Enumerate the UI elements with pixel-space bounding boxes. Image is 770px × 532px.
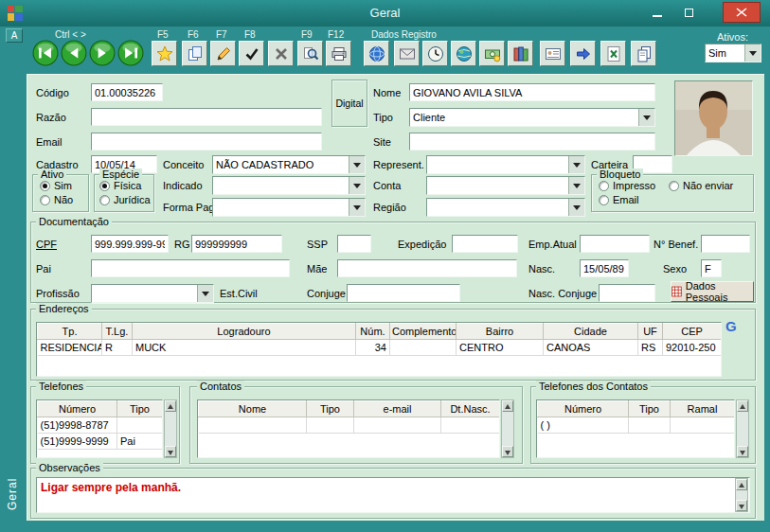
table-row[interactable]: (51)9999-9999 Pai: [38, 434, 163, 450]
ativos-select[interactable]: Sim: [705, 44, 761, 62]
transfer-button[interactable]: [182, 41, 207, 66]
chevron-down-icon[interactable]: [197, 285, 213, 302]
tipo-select[interactable]: Cliente: [409, 108, 655, 127]
expedicao-input[interactable]: [452, 235, 518, 253]
cell[interactable]: [117, 417, 163, 434]
conceito-select[interactable]: NÃO CADASTRADO: [212, 155, 366, 174]
search-button[interactable]: [297, 41, 323, 66]
finance-button[interactable]: [479, 41, 505, 66]
scroll-up-icon[interactable]: [736, 479, 747, 490]
cell[interactable]: [629, 417, 671, 434]
bloqueto-email-radio[interactable]: Email: [599, 194, 639, 205]
table-row[interactable]: ( ): [538, 417, 735, 434]
edit-button[interactable]: [210, 41, 236, 66]
emp-atual-input[interactable]: [580, 235, 650, 253]
sexo-input[interactable]: [701, 259, 722, 277]
cell[interactable]: 92010-250: [663, 340, 722, 356]
telefones-contatos-table[interactable]: Número Tipo Ramal ( ): [536, 399, 735, 458]
forward-button[interactable]: [570, 41, 596, 66]
represent-select[interactable]: [426, 155, 585, 174]
cancel-button[interactable]: [268, 41, 294, 66]
bloqueto-impresso-radio[interactable]: Impresso: [599, 180, 655, 191]
observacoes-textarea[interactable]: Ligar sempre pela manhã.: [36, 477, 750, 513]
table-row[interactable]: (51)9998-8787: [38, 417, 163, 434]
conta-select[interactable]: [426, 176, 585, 195]
scroll-down-icon[interactable]: [736, 500, 747, 511]
copy-button[interactable]: [631, 41, 656, 66]
n-benef-input[interactable]: [701, 235, 750, 253]
cell[interactable]: ( ): [538, 417, 629, 434]
contact-card-button[interactable]: [540, 41, 565, 66]
bloqueto-nao-enviar-radio[interactable]: Não enviar: [669, 180, 733, 191]
internet-button[interactable]: [451, 41, 476, 66]
ativo-sim-radio[interactable]: Sim: [40, 180, 72, 191]
cell[interactable]: RESIDENCIAL: [38, 340, 102, 356]
chevron-down-icon[interactable]: [349, 199, 365, 216]
nasc-input[interactable]: [580, 259, 629, 277]
telefones-contatos-scrollbar[interactable]: [736, 399, 749, 458]
maps-icon[interactable]: G: [725, 318, 737, 334]
cell[interactable]: CANOAS: [544, 340, 638, 356]
web-button[interactable]: [364, 41, 389, 66]
mail-button[interactable]: [394, 41, 420, 66]
cell[interactable]: 34: [356, 340, 390, 356]
new-record-button[interactable]: [152, 41, 177, 66]
telefones-scrollbar[interactable]: [164, 399, 177, 458]
cell[interactable]: RS: [638, 340, 663, 356]
cell[interactable]: [199, 417, 307, 434]
chevron-down-icon[interactable]: [349, 156, 365, 173]
nav-first-button[interactable]: [32, 40, 59, 66]
nav-next-button[interactable]: [89, 40, 116, 66]
cpf-input[interactable]: [91, 235, 169, 253]
table-row[interactable]: [199, 417, 500, 434]
documents-button[interactable]: [508, 41, 533, 66]
chevron-down-icon[interactable]: [568, 199, 584, 216]
scroll-down-icon[interactable]: [737, 446, 748, 457]
close-button[interactable]: [723, 2, 761, 23]
enderecos-table[interactable]: Tp. T.Lg. Logradouro Núm. Complemento Ba…: [36, 322, 722, 377]
side-tab-geral[interactable]: Geral: [6, 470, 23, 519]
contatos-scrollbar[interactable]: [501, 399, 514, 458]
mae-input[interactable]: [337, 259, 517, 277]
customer-photo[interactable]: [674, 80, 753, 156]
pai-input[interactable]: [91, 259, 290, 277]
ativo-nao-radio[interactable]: Não: [40, 194, 73, 205]
cell[interactable]: [671, 417, 735, 434]
chevron-down-icon[interactable]: [744, 44, 761, 62]
rg-input[interactable]: [191, 235, 282, 253]
maximize-button[interactable]: [675, 3, 702, 22]
scroll-down-icon[interactable]: [502, 446, 513, 457]
cell[interactable]: Pai: [117, 434, 163, 450]
chevron-down-icon[interactable]: [638, 109, 654, 126]
conjuge-input[interactable]: [347, 284, 460, 302]
contatos-table[interactable]: Nome Tipo e-mail Dt.Nasc.: [197, 399, 500, 458]
confirm-button[interactable]: [239, 41, 264, 66]
especie-fisica-radio[interactable]: Física: [99, 180, 141, 191]
cell[interactable]: [354, 417, 441, 434]
especie-juridica-radio[interactable]: Jurídica: [99, 194, 151, 205]
codigo-input[interactable]: [91, 83, 163, 101]
scroll-up-icon[interactable]: [737, 400, 748, 412]
minimize-button[interactable]: [644, 3, 671, 22]
razao-input[interactable]: [91, 108, 322, 126]
scroll-down-icon[interactable]: [165, 446, 176, 457]
scroll-up-icon[interactable]: [502, 400, 513, 412]
cpf-label[interactable]: CPF: [36, 239, 57, 250]
excel-export-button[interactable]: [600, 41, 626, 66]
cell[interactable]: R: [102, 340, 133, 356]
cell[interactable]: MUCK: [133, 340, 356, 356]
observacoes-scrollbar[interactable]: [735, 478, 748, 512]
chevron-down-icon[interactable]: [349, 177, 365, 194]
site-input[interactable]: [409, 133, 655, 151]
scroll-up-icon[interactable]: [165, 400, 176, 412]
nav-previous-button[interactable]: [61, 40, 87, 66]
print-button[interactable]: [326, 41, 351, 66]
cell[interactable]: [307, 417, 354, 434]
nasc-conjuge-input[interactable]: [599, 284, 655, 302]
email-input[interactable]: [91, 133, 322, 151]
indicado-select[interactable]: [212, 176, 366, 195]
nome-input[interactable]: [409, 83, 655, 101]
ssp-input[interactable]: [337, 235, 371, 253]
digital-button[interactable]: Digital: [331, 80, 367, 127]
forma-pagto-select[interactable]: [212, 198, 366, 217]
